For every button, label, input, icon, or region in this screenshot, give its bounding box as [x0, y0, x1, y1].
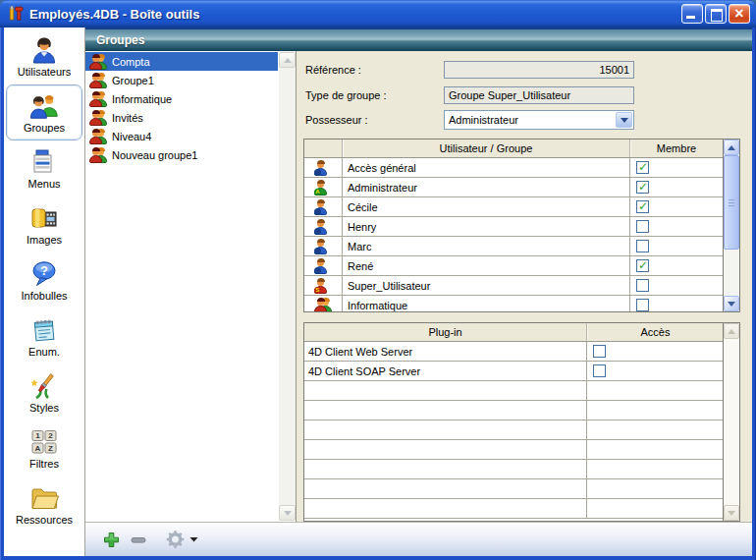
plugin-row[interactable]	[304, 401, 723, 420]
group-list-item[interactable]: Informatique	[85, 89, 278, 108]
sidebar-item-infobulles[interactable]: ? Infobulles	[6, 252, 82, 308]
member-row[interactable]: Marc	[304, 237, 723, 256]
group-list-item[interactable]: Invités	[85, 108, 278, 127]
plugin-name: 4D Client SOAP Server	[304, 362, 587, 380]
access-column-header: Accès	[587, 323, 723, 341]
member-name: Administrateur	[343, 178, 630, 196]
member-row[interactable]: Henry	[304, 217, 723, 237]
sidebar-item-label: Utilisateurs	[18, 66, 71, 78]
group-red-icon	[89, 110, 107, 126]
remove-group-button[interactable]	[131, 532, 146, 548]
section-header: Groupes	[85, 28, 752, 51]
group-list-scrollbar	[279, 52, 296, 521]
plugin-name	[304, 499, 587, 518]
scroll-down-icon[interactable]	[724, 296, 739, 311]
group-list-item[interactable]: Niveau4	[85, 127, 278, 145]
member-checkbox[interactable]	[636, 181, 649, 194]
member-checkbox[interactable]	[636, 279, 649, 292]
sidebar-item-ressources[interactable]: Ressources	[6, 476, 82, 532]
filters-icon: 12 AZ	[28, 427, 60, 457]
sidebar-item-utilisateurs[interactable]: Utilisateurs	[6, 28, 82, 84]
titlebar[interactable]: Employés.4DB - Boîte outils	[0, 0, 756, 28]
plugin-name	[304, 460, 587, 478]
plugin-row[interactable]: 4D Client Web Server	[304, 342, 723, 362]
sidebar-item-menus[interactable]: Menus	[6, 140, 82, 196]
plugin-row[interactable]	[304, 420, 723, 440]
window-title: Employés.4DB - Boîte outils	[29, 7, 676, 22]
owner-row: Possesseur : Administrateur	[305, 110, 634, 130]
group-list-item[interactable]: Nouveau groupe1	[85, 145, 278, 164]
member-row[interactable]: Accès général	[304, 158, 723, 178]
plugin-row[interactable]	[304, 440, 723, 460]
member-checkbox[interactable]	[636, 299, 649, 311]
scrollbar-thumb[interactable]	[724, 155, 739, 250]
group-list-item[interactable]: Compta	[85, 52, 278, 71]
sidebar-item-styles[interactable]: Styles	[6, 364, 82, 420]
sidebar-item-enum[interactable]: Enum.	[6, 308, 82, 364]
plugin-row[interactable]	[304, 381, 723, 401]
user-blue-icon	[314, 160, 332, 176]
bottom-toolbar	[85, 522, 752, 556]
group-list-item[interactable]: Groupe1	[85, 71, 278, 89]
sidebar-item-label: Groupes	[24, 122, 65, 134]
sidebar-item-label: Infobulles	[21, 290, 67, 302]
group-list: Compta Groupe1	[85, 51, 297, 522]
group-type-row: Type de groupe : Groupe Super_Utilisateu…	[305, 86, 634, 104]
group-red-icon	[314, 298, 332, 312]
reference-field: 15001	[444, 61, 634, 79]
infobulle-icon: ?	[28, 259, 60, 289]
plugins-table-rows: 4D Client Web Server 4D Client SOAP Serv…	[304, 342, 723, 521]
window-controls	[681, 4, 750, 24]
owner-dropdown[interactable]: Administrateur	[444, 110, 634, 130]
member-row[interactable]: Administrateur	[304, 178, 723, 197]
plugin-name	[304, 420, 587, 439]
group-name: Nouveau groupe1	[112, 149, 197, 161]
detail-panel: Référence : 15001 Type de groupe : Group…	[297, 51, 752, 522]
plugin-row[interactable]	[304, 460, 723, 479]
member-checkbox[interactable]	[636, 200, 649, 213]
window-body: Utilisateurs Groupes	[4, 28, 752, 556]
main-body: Compta Groupe1	[85, 51, 752, 522]
gear-icon	[165, 530, 186, 549]
access-checkbox[interactable]	[593, 345, 606, 358]
plugin-row[interactable]	[304, 499, 723, 519]
add-group-button[interactable]	[103, 532, 120, 548]
member-checkbox[interactable]	[636, 259, 649, 272]
member-checkbox[interactable]	[636, 161, 649, 174]
groups-icon	[28, 91, 60, 121]
plugin-row[interactable]	[304, 479, 723, 499]
plugin-row[interactable]: 4D Client SOAP Server	[304, 362, 723, 381]
minus-icon	[131, 532, 146, 548]
close-button[interactable]	[729, 4, 750, 24]
group-type-label: Type de groupe :	[305, 89, 444, 101]
group-red-icon	[89, 91, 107, 107]
member-row[interactable]: Super_Utilisateur	[304, 276, 723, 296]
member-checkbox[interactable]	[636, 240, 649, 252]
member-name: Super_Utilisateur	[343, 276, 630, 295]
sidebar-item-label: Ressources	[16, 514, 73, 526]
member-name: Accès général	[343, 158, 630, 177]
maximize-button[interactable]	[705, 4, 727, 24]
member-checkbox[interactable]	[636, 220, 649, 233]
scroll-up-icon	[724, 323, 739, 339]
user-icon	[28, 35, 60, 65]
sidebar-item-images[interactable]: Images	[6, 196, 82, 252]
sidebar: Utilisateurs Groupes	[4, 28, 85, 556]
scroll-up-icon[interactable]	[724, 140, 739, 155]
member-name: Marc	[343, 237, 630, 255]
member-row[interactable]: Informatique	[304, 296, 723, 311]
plugin-name	[304, 381, 587, 400]
toolbox-app-icon[interactable]	[7, 5, 25, 23]
minimize-button[interactable]	[681, 4, 703, 24]
group-red-icon	[89, 54, 107, 70]
user-blue-icon	[314, 239, 332, 254]
icon-column-header	[304, 140, 343, 157]
member-row[interactable]: René	[304, 256, 723, 276]
actions-menu-button[interactable]	[165, 530, 198, 549]
sidebar-item-groupes[interactable]: Groupes	[6, 84, 82, 140]
sidebar-item-filtres[interactable]: 12 AZ Filtres	[6, 420, 82, 476]
member-row[interactable]: Cécile	[304, 197, 723, 217]
access-checkbox[interactable]	[593, 364, 606, 377]
member-name: Henry	[343, 217, 630, 236]
chevron-down-icon[interactable]	[616, 112, 632, 128]
